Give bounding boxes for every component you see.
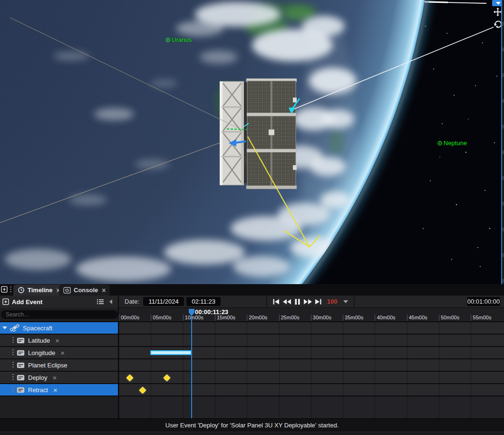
timeline-empty-area[interactable] [119,396,504,418]
track-list-empty-area [0,396,118,418]
skip-to-start-button[interactable] [271,297,281,306]
chevron-down-icon [343,300,348,303]
drag-handle-icon[interactable] [12,362,14,369]
time-multiplier-value[interactable]: 100 [327,298,338,305]
target-icon [437,140,443,146]
grid-line [119,322,119,418]
drag-handle-icon[interactable] [12,386,14,394]
clock-icon [18,287,25,294]
planet-label-uranus[interactable]: Uranus [165,36,192,43]
drag-handle-icon[interactable] [12,374,14,381]
track-label: Deploy [28,374,47,381]
close-icon[interactable]: × [52,374,57,381]
grid-line [215,322,215,418]
ruler-tick-30m00s: 30m00s [311,315,331,321]
grid-line [151,322,151,418]
grid-line [311,322,311,418]
playhead-line[interactable] [191,315,192,418]
tab-label: Console [74,287,98,294]
application-window: Uranus Neptune [0,0,504,435]
track-row-deploy[interactable]: Deploy× [0,372,118,383]
status-bar: User Event 'Deploy' for 'Solar Panel 3U … [0,418,504,432]
grid-line [247,322,247,418]
target-icon [165,37,171,43]
add-event-label[interactable]: Add Event [12,298,42,306]
search-input[interactable] [1,310,118,319]
3d-scene[interactable] [0,0,504,284]
track-search-cell [0,308,118,321]
event-track-icon [17,375,25,381]
ruler-tick-55m00s: 55m00s [471,315,491,321]
track-label: Planet Eclipse [28,362,67,369]
spacecraft-model[interactable] [220,79,297,189]
pause-button[interactable] [292,297,302,306]
track-lane-spacecraft[interactable] [119,322,504,334]
track-row-spacecraft[interactable]: Spacecraft [0,322,118,334]
ruler-tick-45m00s: 45m00s [407,315,427,321]
track-row-latitude[interactable]: Latitude× [0,335,118,346]
track-lane-planet-eclipse[interactable] [119,359,504,371]
grid-line [439,322,439,418]
close-icon[interactable]: × [102,287,106,294]
planet-label-text: Neptune [444,139,467,147]
code-icon [63,287,71,294]
end-time-input[interactable]: 00:01:00:00 [467,297,500,306]
expand-caret-icon[interactable] [2,326,7,329]
time-multiplier-dropdown[interactable] [340,297,351,306]
collapse-panel-button[interactable] [106,297,116,306]
collapsed-panel-strip[interactable] [502,0,504,284]
track-row-longitude[interactable]: Longitude× [0,347,118,358]
track-list-options-button[interactable] [95,297,106,306]
event-track-icon [17,362,25,368]
tab-drag-handle[interactable] [10,287,11,294]
drag-handle-icon[interactable] [12,349,14,356]
skip-to-end-button[interactable] [313,297,323,306]
ruler-tick-25m00s: 25m00s [279,315,300,321]
grid-line [279,322,280,418]
chevron-left-icon [109,299,113,305]
track-lane-retract[interactable] [119,384,504,395]
planet-label-neptune[interactable]: Neptune [437,139,467,147]
satellite-icon [10,324,19,332]
timeline-ruler[interactable]: 00m00s05m00s10m00s15m00s20m00s25m00s30m0… [119,308,504,322]
drag-handle-icon[interactable] [12,337,14,344]
track-lane-deploy[interactable] [119,372,504,383]
add-panel-button[interactable] [1,286,8,295]
ruler-tick-50m00s: 50m00s [439,315,459,321]
track-label: Latitude [28,337,50,344]
tab-console[interactable]: Console × [59,285,110,296]
add-event-button[interactable] [2,298,9,305]
dock-tab-bar: Timeline × Console × [0,284,504,296]
add-event-toolbar: Add Event [0,296,118,308]
tab-timeline[interactable]: Timeline × [13,285,65,296]
track-row-planet-eclipse[interactable]: Planet Eclipse [0,359,118,371]
grid-line [183,322,184,418]
time-input[interactable]: 02:11:23 [186,297,221,306]
timeline-lanes [119,322,504,396]
status-message: User Event 'Deploy' for 'Solar Panel 3U … [165,422,339,429]
track-row-retract[interactable]: Retract× [0,384,118,395]
add-event-icon [2,298,9,305]
grid-line [375,322,375,418]
playback-toolbar: Date: 11/11/2024 02:11:23 100 [119,296,504,308]
rewind-button[interactable] [281,297,292,306]
close-icon[interactable]: × [60,349,65,356]
window-bottom-strip [0,432,504,435]
ruler-tick-35m00s: 35m00s [343,315,363,321]
track-lane-latitude[interactable] [119,335,504,346]
add-panel-icon [1,286,8,293]
event-track-icon [17,387,25,393]
close-icon[interactable]: × [53,386,58,394]
3d-viewport[interactable]: Uranus Neptune [0,0,504,284]
grid-line [407,322,407,418]
list-icon [97,298,104,305]
close-icon[interactable]: × [55,337,59,344]
ruler-tick-05m00s: 05m00s [151,315,171,321]
ruler-tick-20m00s: 20m00s [247,315,267,321]
tab-label: Timeline [28,287,53,294]
chevron-down-icon [496,2,501,5]
track-label: Retract [28,386,48,394]
fast-forward-button[interactable] [302,297,313,306]
event-bar-longitude[interactable] [150,350,192,355]
date-input[interactable]: 11/11/2024 [143,297,184,306]
